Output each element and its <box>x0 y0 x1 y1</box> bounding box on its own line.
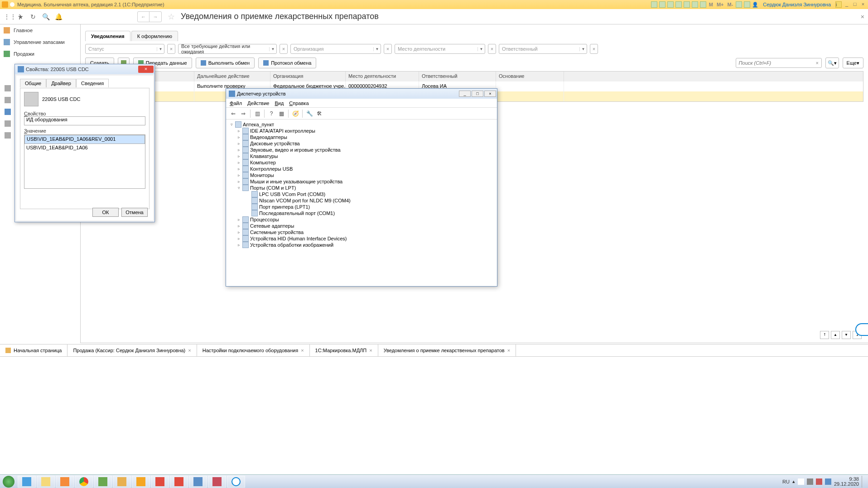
tray-show-hidden-icon[interactable]: ▴ <box>792 478 795 484</box>
tree-node[interactable]: ▹Дисковые устройства <box>230 140 493 147</box>
toolbar-icon[interactable] <box>692 1 698 8</box>
help-icon[interactable]: ? <box>267 109 276 118</box>
btab-start[interactable]: Начальная страница <box>0 344 68 356</box>
toolbar-icon[interactable] <box>736 1 742 8</box>
tab-details[interactable]: Сведения <box>76 79 109 87</box>
tree-node[interactable]: ▹Звуковые, видео и игровые устройства <box>230 147 493 153</box>
tray-volume-icon[interactable] <box>807 478 813 485</box>
maximize-icon[interactable]: □ <box>852 1 858 8</box>
tree-node-port[interactable]: Порт принтера (LPT1) <box>230 204 493 210</box>
nav-down-icon[interactable]: ▼ <box>842 331 851 339</box>
app-menu-dropdown-icon[interactable] <box>10 2 14 7</box>
ok-button[interactable]: ОК <box>92 208 119 217</box>
history-icon[interactable]: ↻ <box>29 13 37 21</box>
close-page-icon[interactable]: × <box>861 13 864 20</box>
btab-mdlp[interactable]: 1С:Маркировка.МДЛП× <box>310 344 378 356</box>
tray-network-icon[interactable] <box>825 478 831 485</box>
sidebar-mini-item[interactable] <box>0 106 15 118</box>
btab-notifications[interactable]: Уведомления о приемке лекарственных преп… <box>378 344 516 356</box>
toolbar-icon[interactable] <box>744 1 750 8</box>
forward-button[interactable]: → <box>149 12 161 22</box>
filter-resp[interactable]: Ответственный▼ <box>499 44 587 54</box>
calc-mminus[interactable]: M- <box>727 2 734 7</box>
sidebar-item-sales[interactable]: Продажи <box>0 48 80 60</box>
dm-titlebar[interactable]: Диспетчер устройств _ □ × <box>226 89 497 99</box>
sidebar-item-home[interactable]: Главное <box>0 24 80 36</box>
dialog-titlebar[interactable]: Свойства: 2200S USB CDC × <box>15 64 154 74</box>
filter-clear-icon[interactable]: × <box>590 44 598 54</box>
tree-node[interactable]: ▹Устройства HID (Human Interface Devices… <box>230 235 493 242</box>
scan-icon[interactable]: 🧭 <box>291 109 300 118</box>
toolbar-icon[interactable] <box>684 1 690 8</box>
taskbar-app[interactable] <box>113 476 131 488</box>
col-org[interactable]: Организация <box>270 72 346 81</box>
bell-icon[interactable]: 🔔 <box>54 13 63 21</box>
tree-node[interactable]: ▹IDE ATA/ATAPI контроллеры <box>230 128 493 134</box>
show-desktop-button[interactable] <box>862 476 865 488</box>
chevron-down-icon[interactable]: ▼ <box>579 47 587 51</box>
tree-root[interactable]: ▿Аптека_пункт <box>230 121 493 128</box>
tree-node[interactable]: ▹Мониторы <box>230 172 493 178</box>
property-select[interactable]: ИД оборудования <box>24 116 145 125</box>
taskbar-app[interactable] <box>189 476 207 488</box>
col-resp[interactable]: Ответственный <box>419 72 496 81</box>
minimize-icon[interactable]: _ <box>844 1 850 8</box>
tree-node[interactable]: ▹Системные устройства <box>230 229 493 235</box>
maximize-icon[interactable]: □ <box>472 91 483 97</box>
btab-settings[interactable]: Настройки подключаемого оборудования× <box>197 344 310 356</box>
tree-node-ports[interactable]: ▿Порты (COM и LPT) <box>230 185 493 191</box>
tray-icon[interactable] <box>798 478 804 485</box>
tree-node[interactable]: ▹Процессоры <box>230 216 493 223</box>
filter-clear-icon[interactable]: × <box>384 44 392 54</box>
taskbar-app[interactable] <box>151 476 169 488</box>
chevron-down-icon[interactable]: ▼ <box>373 47 381 51</box>
tree-node[interactable]: ▹Мыши и иные указывающие устройства <box>230 178 493 185</box>
tab-to-process[interactable]: К оформлению <box>131 31 178 41</box>
menu-action[interactable]: Действие <box>247 100 269 106</box>
filter-clear-icon[interactable]: × <box>280 44 288 54</box>
back-icon[interactable]: ⇐ <box>229 109 238 118</box>
taskbar-wmp[interactable] <box>56 476 74 488</box>
clear-search-icon[interactable]: × <box>813 60 821 66</box>
tree-node[interactable]: ▹Контроллеры USB <box>230 166 493 172</box>
list-item[interactable]: USB\VID_1EAB&PID_1A06&REV_0001 <box>24 135 145 144</box>
close-icon[interactable]: × <box>484 91 496 97</box>
tree-node[interactable]: ▹Устройства обработки изображений <box>230 242 493 248</box>
tray-flag-icon[interactable] <box>816 478 822 485</box>
taskbar-explorer[interactable] <box>37 476 55 488</box>
nav-up-icon[interactable]: ▲ <box>831 331 840 339</box>
close-tab-icon[interactable]: × <box>188 348 191 353</box>
apps-icon[interactable]: ⋮⋮⋮ <box>4 13 12 21</box>
filter-req[interactable]: Все требующие действия или ожидания▼ <box>178 44 277 54</box>
start-button[interactable] <box>0 475 17 488</box>
user-name[interactable]: Сердюк Даниэля Зиннуровна <box>763 2 831 7</box>
favorite-star-icon[interactable]: ☆ <box>166 12 176 22</box>
tree-node-port[interactable]: LPC USB VCom Port (COM3) <box>230 191 493 197</box>
filter-org[interactable]: Организация▼ <box>290 44 381 54</box>
sidebar-mini-item[interactable] <box>0 82 15 94</box>
filter-place[interactable]: Место деятельности▼ <box>395 44 485 54</box>
col-place[interactable]: Место деятельности <box>346 72 419 81</box>
cancel-button[interactable]: Отмена <box>121 208 148 217</box>
tab-notifications[interactable]: Уведомления <box>85 31 130 41</box>
taskbar-app[interactable] <box>208 476 226 488</box>
col-base[interactable]: Основание <box>496 72 564 81</box>
chevron-down-icon[interactable]: ▼ <box>157 47 164 51</box>
prop-icon[interactable]: ▦ <box>277 109 286 118</box>
tree-node[interactable]: ▹Видеоадаптеры <box>230 134 493 140</box>
taskbar-app[interactable] <box>94 476 112 488</box>
value-list[interactable]: USB\VID_1EAB&PID_1A06&REV_0001 USB\VID_1… <box>24 134 145 189</box>
filter-status[interactable]: Статус▼ <box>85 44 164 54</box>
nav-first-icon[interactable]: ⤒ <box>820 331 829 339</box>
protocol-button[interactable]: Протокол обмена <box>258 57 316 68</box>
taskbar-ie[interactable] <box>18 476 36 488</box>
tree-node[interactable]: ▹Клавиатуры <box>230 153 493 159</box>
filter-clear-icon[interactable]: × <box>488 44 496 54</box>
tab-driver[interactable]: Драйвер <box>46 79 76 87</box>
menu-view[interactable]: Вид <box>275 100 284 106</box>
btab-sales[interactable]: Продажа (Кассир: Сердюк Даниэля Зиннуров… <box>68 344 197 356</box>
tree-icon[interactable]: ▥ <box>253 109 262 118</box>
tab-general[interactable]: Общие <box>20 79 46 87</box>
back-button[interactable]: ← <box>138 12 149 22</box>
toolbar-icon[interactable] <box>659 1 665 8</box>
